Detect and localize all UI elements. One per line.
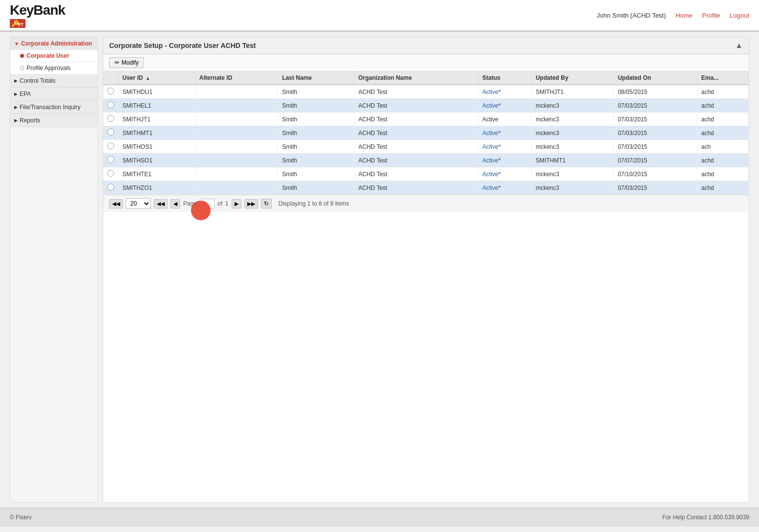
logo-subtitle: 🔑 RT xyxy=(10,19,25,28)
refresh-btn[interactable]: ↻ xyxy=(261,199,272,208)
row-status[interactable]: Active* xyxy=(478,154,532,167)
page-next-btn[interactable]: ▶ xyxy=(232,199,241,208)
col-org-name[interactable]: Organization Name xyxy=(354,71,478,85)
nav-logout[interactable]: Logout xyxy=(730,12,749,19)
row-user-id: SMITHMT1 xyxy=(119,126,195,140)
row-status[interactable]: Active* xyxy=(478,126,532,140)
row-last-name: Smith xyxy=(278,181,355,195)
display-info: Displaying 1 to 8 of 8 items xyxy=(279,200,349,207)
row-email: ach xyxy=(697,140,749,154)
table-body: SMITHDU1SmithACHD TestActive*SMITHJT108/… xyxy=(103,85,749,195)
page-first-icon-btn[interactable]: ◀◀ xyxy=(154,199,167,208)
row-radio-btn[interactable] xyxy=(107,101,114,108)
page-last-btn[interactable]: ▶▶ xyxy=(244,199,258,208)
status-link[interactable]: Active xyxy=(482,89,498,95)
logo-text: KeyBank xyxy=(10,2,65,18)
row-email: achd xyxy=(697,154,749,167)
row-status[interactable]: Active* xyxy=(478,99,532,113)
status-link[interactable]: Active xyxy=(482,157,498,164)
status-asterisk: * xyxy=(498,102,501,109)
status-link[interactable]: Active xyxy=(482,143,498,150)
row-radio-cell xyxy=(103,85,119,99)
sidebar-item-profile-approvals[interactable]: Profile Approvals xyxy=(10,62,97,74)
sort-arrow-user-id: ▲ xyxy=(145,76,150,81)
logo-svg: 🔑 RT xyxy=(10,19,25,28)
sidebar-group-control-totals[interactable]: ▶ Control Totals xyxy=(10,74,97,88)
tri-icon-control-totals: ▶ xyxy=(14,78,18,83)
modify-label: Modify xyxy=(121,59,139,66)
row-radio-btn[interactable] xyxy=(107,88,114,94)
status-link[interactable]: Active xyxy=(482,171,498,178)
row-alternate-id xyxy=(195,99,278,113)
row-email: achd xyxy=(697,167,749,181)
sidebar-group-reports[interactable]: ▶ Reports xyxy=(10,114,97,127)
row-status[interactable]: Active* xyxy=(478,181,532,195)
status-asterisk: * xyxy=(498,130,501,137)
status-asterisk: * xyxy=(498,143,501,150)
collapse-btn[interactable]: ▲ xyxy=(735,41,743,50)
sidebar-section-corporate-admin[interactable]: ▼ Corporate Administration xyxy=(10,37,97,50)
col-updated-on-label: Updated On xyxy=(618,74,651,81)
col-email[interactable]: Ema... xyxy=(697,71,749,85)
content-toolbar: ✏ Modify xyxy=(103,54,749,71)
col-user-id-label: User ID xyxy=(122,74,143,81)
row-radio-cell xyxy=(103,167,119,181)
row-radio-btn[interactable] xyxy=(107,184,114,190)
row-user-id: SMITHEL1 xyxy=(119,99,195,113)
row-radio-btn[interactable] xyxy=(107,156,114,163)
row-updated-on: 07/03/2015 xyxy=(614,113,697,126)
nav-home[interactable]: Home xyxy=(675,12,692,19)
table-row: SMITHZO1SmithACHD TestActive*mckenc307/0… xyxy=(103,181,749,195)
col-status-label: Status xyxy=(482,74,500,81)
status-link[interactable]: Active xyxy=(482,102,498,109)
col-last-name-label: Last Name xyxy=(282,74,312,81)
row-org-name: ACHD Test xyxy=(354,154,478,167)
row-status[interactable]: Active* xyxy=(478,85,532,99)
page-number-input[interactable] xyxy=(200,199,214,208)
sidebar-bullet-corporate-user xyxy=(20,54,24,58)
row-user-id: SMITHZO1 xyxy=(119,181,195,195)
table-row: SMITHMT1SmithACHD TestActive*mckenc307/0… xyxy=(103,126,749,140)
col-last-name[interactable]: Last Name xyxy=(278,71,355,85)
footer: © Fiserv For Help Contact 1.800.539.9039 xyxy=(0,508,759,527)
row-radio-cell xyxy=(103,181,119,195)
page-size-select[interactable]: 20 50 100 xyxy=(126,198,151,209)
status-link[interactable]: Active xyxy=(482,185,498,191)
status-link[interactable]: Active xyxy=(482,130,498,137)
row-updated-on: 07/07/2015 xyxy=(614,154,697,167)
row-radio-btn[interactable] xyxy=(107,115,114,122)
row-status[interactable]: Active* xyxy=(478,167,532,181)
row-updated-by: SMITHMT1 xyxy=(531,154,614,167)
col-updated-on[interactable]: Updated On xyxy=(614,71,697,85)
nav-profile[interactable]: Profile xyxy=(702,12,720,19)
row-radio-btn[interactable] xyxy=(107,129,114,136)
row-last-name: Smith xyxy=(278,113,355,126)
row-alternate-id xyxy=(195,85,278,99)
page-first-btn[interactable]: ◀◀ xyxy=(109,199,123,208)
table-row: SMITHEL1SmithACHD TestActive*mckenc307/0… xyxy=(103,99,749,113)
status-asterisk: * xyxy=(498,157,501,164)
row-user-id: SMITHOS1 xyxy=(119,140,195,154)
col-updated-by[interactable]: Updated By xyxy=(531,71,614,85)
row-radio-btn[interactable] xyxy=(107,142,114,149)
svg-text:RT: RT xyxy=(18,22,24,27)
modify-button[interactable]: ✏ Modify xyxy=(109,57,144,68)
sidebar-group-epa[interactable]: ▶ EPA xyxy=(10,88,97,101)
col-user-id[interactable]: User ID ▲ xyxy=(119,71,195,85)
row-status[interactable]: Active* xyxy=(478,140,532,154)
row-last-name: Smith xyxy=(278,126,355,140)
status-asterisk: * xyxy=(498,171,501,178)
row-updated-by: mckenc3 xyxy=(531,99,614,113)
sidebar-item-corporate-user[interactable]: Corporate User xyxy=(10,50,97,62)
page-prev-btn[interactable]: ◀ xyxy=(170,199,180,208)
main-container: ▼ Corporate Administration Corporate Use… xyxy=(0,32,759,508)
row-radio-btn[interactable] xyxy=(107,170,114,177)
sidebar-group-file-transaction[interactable]: ▶ File/Transaction Inquiry xyxy=(10,101,97,114)
users-table: User ID ▲ Alternate ID Last Name Organiz… xyxy=(103,71,749,195)
col-org-name-label: Organization Name xyxy=(358,74,412,81)
col-updated-by-label: Updated By xyxy=(536,74,569,81)
content-header: Corporate Setup - Corporate User ACHD Te… xyxy=(103,37,749,54)
col-alternate-id[interactable]: Alternate ID xyxy=(195,71,278,85)
col-status[interactable]: Status xyxy=(478,71,532,85)
row-org-name: ACHD Test xyxy=(354,181,478,195)
